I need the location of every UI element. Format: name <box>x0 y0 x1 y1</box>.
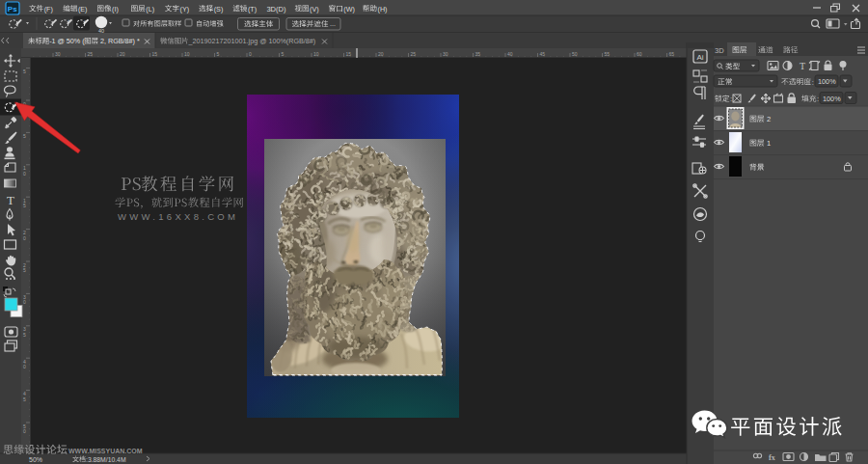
svg-text:50%: 50% <box>29 456 42 463</box>
svg-text:5: 5 <box>23 267 26 273</box>
svg-text:(I): (I) <box>112 5 119 14</box>
svg-text:WWW.MISSYUAN.COM: WWW.MISSYUAN.COM <box>68 448 143 454</box>
svg-text:(S): (S) <box>214 5 224 14</box>
svg-text:(L): (L) <box>146 5 154 14</box>
svg-text:30: 30 <box>443 51 448 57</box>
svg-text::: : <box>817 95 819 103</box>
svg-text:60: 60 <box>637 51 642 57</box>
svg-text:T: T <box>7 193 14 207</box>
svg-text:5: 5 <box>23 396 26 402</box>
svg-text:(Y): (Y) <box>180 5 190 14</box>
svg-text:0: 0 <box>23 171 26 177</box>
svg-text:+: + <box>68 18 71 23</box>
svg-text:0: 0 <box>23 364 26 369</box>
svg-text:5: 5 <box>217 51 220 57</box>
svg-text:T: T <box>800 61 805 71</box>
svg-text:(F): (F) <box>44 5 53 14</box>
svg-text:20: 20 <box>120 51 125 57</box>
svg-text:...: ... <box>330 20 336 27</box>
svg-text:40: 40 <box>98 28 104 34</box>
svg-text:_20190217201001.jpg @ 100%(RGB: _20190217201001.jpg @ 100%(RGB/8#) <box>188 37 316 45</box>
svg-text:0: 0 <box>23 428 26 434</box>
svg-text:-1 @ 50% (: -1 @ 50% ( <box>49 37 85 45</box>
svg-text:15: 15 <box>152 51 158 57</box>
svg-text:(T): (T) <box>248 5 257 14</box>
svg-text:WWW.16XX8.COM: WWW.16XX8.COM <box>118 211 238 222</box>
svg-text:Ai: Ai <box>696 53 703 62</box>
svg-text:30: 30 <box>55 51 61 57</box>
svg-text:25: 25 <box>88 51 94 57</box>
svg-text:3D: 3D <box>715 46 724 55</box>
svg-text:2: 2 <box>767 115 771 123</box>
svg-text:10: 10 <box>184 51 190 57</box>
svg-text:55: 55 <box>605 51 610 57</box>
svg-text:5: 5 <box>23 133 26 139</box>
svg-text:50: 50 <box>572 51 578 57</box>
svg-text::: : <box>812 78 814 87</box>
svg-text:(E): (E) <box>78 5 88 14</box>
svg-text:5: 5 <box>23 68 26 74</box>
svg-text:45: 45 <box>540 51 546 57</box>
svg-text:100%: 100% <box>823 95 841 103</box>
svg-text:5: 5 <box>23 203 26 208</box>
svg-text:40: 40 <box>507 51 513 57</box>
svg-text:15: 15 <box>346 51 352 57</box>
svg-text:2, RGB/8#) *: 2, RGB/8#) * <box>100 37 140 45</box>
svg-text:25: 25 <box>411 51 417 57</box>
svg-text:(W): (W) <box>343 5 355 14</box>
svg-text:fx: fx <box>769 453 775 462</box>
svg-text:5: 5 <box>23 332 26 338</box>
svg-text:20: 20 <box>378 51 384 57</box>
svg-text:10: 10 <box>313 51 319 57</box>
svg-text:(H): (H) <box>378 5 388 14</box>
svg-text:(V): (V) <box>310 5 319 14</box>
svg-text:0: 0 <box>249 51 252 57</box>
svg-text:0: 0 <box>23 299 26 305</box>
svg-text:Ps: Ps <box>8 5 17 14</box>
svg-text:65: 65 <box>669 51 675 57</box>
svg-text:3D(D): 3D(D) <box>266 5 286 14</box>
svg-text::3.88M/10.4M: :3.88M/10.4M <box>86 456 126 463</box>
svg-text:35: 35 <box>475 51 481 57</box>
svg-text:100%: 100% <box>818 77 836 86</box>
svg-text:1: 1 <box>767 139 771 148</box>
svg-text::: : <box>730 95 732 103</box>
svg-text:0: 0 <box>23 235 26 241</box>
svg-text:5: 5 <box>282 51 285 57</box>
